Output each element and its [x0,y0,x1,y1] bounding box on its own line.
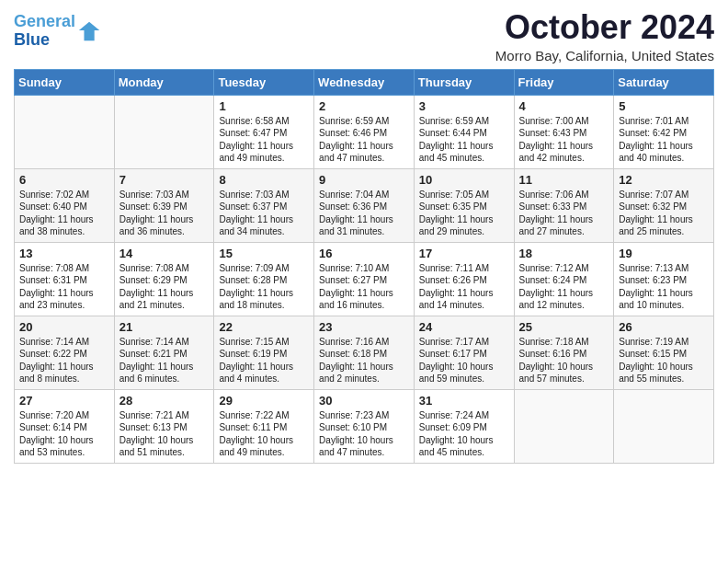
day-info: Sunrise: 7:22 AM Sunset: 6:11 PM Dayligh… [219,409,309,459]
day-info: Sunrise: 7:20 AM Sunset: 6:14 PM Dayligh… [19,409,109,459]
day-number: 25 [519,320,609,334]
calendar-cell: 6Sunrise: 7:02 AM Sunset: 6:40 PM Daylig… [15,168,115,242]
day-number: 30 [319,394,409,408]
day-number: 28 [119,394,210,408]
calendar-cell: 8Sunrise: 7:03 AM Sunset: 6:37 PM Daylig… [214,168,314,242]
calendar-cell: 11Sunrise: 7:06 AM Sunset: 6:33 PM Dayli… [514,168,614,242]
page-header: General Blue October 2024 Morro Bay, Cal… [14,9,714,63]
calendar-cell: 12Sunrise: 7:07 AM Sunset: 6:32 PM Dayli… [614,168,714,242]
day-info: Sunrise: 7:24 AM Sunset: 6:09 PM Dayligh… [419,409,509,459]
calendar-cell [15,95,115,168]
day-number: 6 [19,173,109,187]
calendar-cell: 18Sunrise: 7:12 AM Sunset: 6:24 PM Dayli… [514,242,614,316]
day-info: Sunrise: 7:04 AM Sunset: 6:36 PM Dayligh… [319,189,409,238]
calendar-week-3: 13Sunrise: 7:08 AM Sunset: 6:31 PM Dayli… [15,242,714,316]
logo: General Blue [14,13,103,50]
day-number: 23 [319,320,409,334]
day-info: Sunrise: 7:02 AM Sunset: 6:40 PM Dayligh… [19,189,109,238]
day-info: Sunrise: 7:03 AM Sunset: 6:37 PM Dayligh… [219,189,309,238]
day-info: Sunrise: 6:59 AM Sunset: 6:46 PM Dayligh… [319,115,409,165]
day-number: 4 [519,99,609,113]
calendar-cell: 16Sunrise: 7:10 AM Sunset: 6:27 PM Dayli… [314,242,415,316]
day-info: Sunrise: 7:21 AM Sunset: 6:13 PM Dayligh… [119,409,210,459]
day-info: Sunrise: 7:01 AM Sunset: 6:42 PM Dayligh… [619,115,709,165]
calendar-week-2: 6Sunrise: 7:02 AM Sunset: 6:40 PM Daylig… [15,168,714,242]
day-number: 3 [419,99,509,113]
weekday-header-thursday: Thursday [414,69,514,95]
day-info: Sunrise: 7:13 AM Sunset: 6:23 PM Dayligh… [619,262,709,312]
calendar-cell: 27Sunrise: 7:20 AM Sunset: 6:14 PM Dayli… [15,389,115,463]
calendar-cell: 25Sunrise: 7:18 AM Sunset: 6:16 PM Dayli… [514,316,614,389]
day-number: 21 [119,320,210,334]
calendar-body: 1Sunrise: 6:58 AM Sunset: 6:47 PM Daylig… [15,95,714,463]
day-number: 31 [419,394,509,408]
day-info: Sunrise: 6:59 AM Sunset: 6:44 PM Dayligh… [419,115,509,165]
calendar-cell: 3Sunrise: 6:59 AM Sunset: 6:44 PM Daylig… [414,95,514,168]
weekday-header-wednesday: Wednesday [314,69,415,95]
weekday-header-saturday: Saturday [614,69,714,95]
month-title: October 2024 [495,9,714,46]
day-number: 18 [519,247,609,260]
day-info: Sunrise: 7:17 AM Sunset: 6:17 PM Dayligh… [419,336,509,385]
day-info: Sunrise: 6:58 AM Sunset: 6:47 PM Dayligh… [219,115,309,165]
calendar-cell: 13Sunrise: 7:08 AM Sunset: 6:31 PM Dayli… [15,242,115,316]
calendar-cell: 9Sunrise: 7:04 AM Sunset: 6:36 PM Daylig… [314,168,415,242]
weekday-header-friday: Friday [514,69,614,95]
weekday-header-sunday: Sunday [15,69,115,95]
calendar-cell: 19Sunrise: 7:13 AM Sunset: 6:23 PM Dayli… [614,242,714,316]
calendar-cell: 22Sunrise: 7:15 AM Sunset: 6:19 PM Dayli… [214,316,314,389]
day-info: Sunrise: 7:03 AM Sunset: 6:39 PM Dayligh… [119,189,210,238]
day-number: 29 [219,394,309,408]
day-number: 10 [419,173,509,187]
day-number: 9 [319,173,409,187]
calendar-header: SundayMondayTuesdayWednesdayThursdayFrid… [15,69,714,95]
day-info: Sunrise: 7:08 AM Sunset: 6:29 PM Dayligh… [119,262,210,312]
calendar-cell: 10Sunrise: 7:05 AM Sunset: 6:35 PM Dayli… [414,168,514,242]
day-info: Sunrise: 7:14 AM Sunset: 6:22 PM Dayligh… [19,336,109,385]
day-number: 1 [219,99,309,113]
calendar-cell: 1Sunrise: 6:58 AM Sunset: 6:47 PM Daylig… [214,95,314,168]
calendar-cell: 17Sunrise: 7:11 AM Sunset: 6:26 PM Dayli… [414,242,514,316]
location: Morro Bay, California, United States [495,48,714,63]
day-info: Sunrise: 7:07 AM Sunset: 6:32 PM Dayligh… [619,189,709,238]
day-number: 24 [419,320,509,334]
svg-marker-0 [79,22,99,41]
calendar-week-5: 27Sunrise: 7:20 AM Sunset: 6:14 PM Dayli… [15,389,714,463]
logo-text: General Blue [14,13,75,50]
day-number: 27 [19,394,109,408]
calendar-cell: 29Sunrise: 7:22 AM Sunset: 6:11 PM Dayli… [214,389,314,463]
weekday-header-monday: Monday [114,69,214,95]
day-info: Sunrise: 7:15 AM Sunset: 6:19 PM Dayligh… [219,336,309,385]
calendar-cell: 30Sunrise: 7:23 AM Sunset: 6:10 PM Dayli… [314,389,415,463]
weekday-header-tuesday: Tuesday [214,69,314,95]
calendar-cell: 5Sunrise: 7:01 AM Sunset: 6:42 PM Daylig… [614,95,714,168]
day-info: Sunrise: 7:10 AM Sunset: 6:27 PM Dayligh… [319,262,409,312]
calendar-week-4: 20Sunrise: 7:14 AM Sunset: 6:22 PM Dayli… [15,316,714,389]
calendar-cell: 20Sunrise: 7:14 AM Sunset: 6:22 PM Dayli… [15,316,115,389]
day-info: Sunrise: 7:11 AM Sunset: 6:26 PM Dayligh… [419,262,509,312]
day-info: Sunrise: 7:08 AM Sunset: 6:31 PM Dayligh… [19,262,109,312]
day-info: Sunrise: 7:14 AM Sunset: 6:21 PM Dayligh… [119,336,210,385]
day-info: Sunrise: 7:09 AM Sunset: 6:28 PM Dayligh… [219,262,309,312]
calendar-cell: 23Sunrise: 7:16 AM Sunset: 6:18 PM Dayli… [314,316,415,389]
day-number: 22 [219,320,309,334]
day-number: 15 [219,247,309,260]
day-info: Sunrise: 7:23 AM Sunset: 6:10 PM Dayligh… [319,409,409,459]
day-info: Sunrise: 7:19 AM Sunset: 6:15 PM Dayligh… [619,336,709,385]
calendar-cell: 24Sunrise: 7:17 AM Sunset: 6:17 PM Dayli… [414,316,514,389]
calendar-cell [514,389,614,463]
day-number: 19 [619,247,709,260]
calendar-cell: 7Sunrise: 7:03 AM Sunset: 6:39 PM Daylig… [114,168,214,242]
calendar-cell: 26Sunrise: 7:19 AM Sunset: 6:15 PM Dayli… [614,316,714,389]
calendar-cell: 31Sunrise: 7:24 AM Sunset: 6:09 PM Dayli… [414,389,514,463]
calendar-cell: 2Sunrise: 6:59 AM Sunset: 6:46 PM Daylig… [314,95,415,168]
day-number: 12 [619,173,709,187]
day-info: Sunrise: 7:06 AM Sunset: 6:33 PM Dayligh… [519,189,609,238]
day-info: Sunrise: 7:05 AM Sunset: 6:35 PM Dayligh… [419,189,509,238]
day-number: 2 [319,99,409,113]
calendar-cell [614,389,714,463]
calendar-cell [114,95,214,168]
day-number: 5 [619,99,709,113]
day-number: 16 [319,247,409,260]
calendar-cell: 4Sunrise: 7:00 AM Sunset: 6:43 PM Daylig… [514,95,614,168]
